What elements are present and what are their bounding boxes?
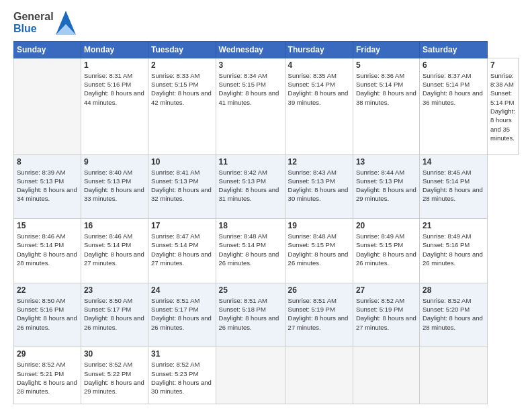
day-info: Sunrise: 8:33 AMSunset: 5:15 PMDaylight:… bbox=[151, 71, 213, 107]
day-info: Sunrise: 8:52 AMSunset: 5:23 PMDaylight:… bbox=[151, 360, 213, 396]
day-cell: 20Sunrise: 8:49 AMSunset: 5:15 PMDayligh… bbox=[353, 219, 419, 283]
calendar-week-row: 22Sunrise: 8:50 AMSunset: 5:16 PMDayligh… bbox=[14, 283, 519, 347]
day-cell: 26Sunrise: 8:51 AMSunset: 5:19 PMDayligh… bbox=[285, 283, 353, 347]
logo: General Blue bbox=[13, 11, 76, 36]
day-info: Sunrise: 8:36 AMSunset: 5:14 PMDaylight:… bbox=[356, 71, 416, 107]
day-info: Sunrise: 8:46 AMSunset: 5:14 PMDaylight:… bbox=[84, 232, 145, 267]
day-cell: 12Sunrise: 8:43 AMSunset: 5:13 PMDayligh… bbox=[285, 154, 353, 219]
calendar-week-row: 15Sunrise: 8:46 AMSunset: 5:14 PMDayligh… bbox=[14, 219, 519, 283]
day-number: 18 bbox=[219, 221, 282, 230]
day-number: 9 bbox=[84, 157, 145, 167]
day-info: Sunrise: 8:31 AMSunset: 5:16 PMDaylight:… bbox=[84, 71, 145, 107]
day-info: Sunrise: 8:45 AMSunset: 5:14 PMDaylight:… bbox=[423, 168, 484, 203]
day-cell: 2Sunrise: 8:33 AMSunset: 5:15 PMDaylight… bbox=[148, 58, 216, 154]
day-cell bbox=[216, 347, 285, 404]
day-info: Sunrise: 8:46 AMSunset: 5:14 PMDaylight:… bbox=[17, 232, 78, 267]
day-cell: 10Sunrise: 8:41 AMSunset: 5:13 PMDayligh… bbox=[148, 154, 216, 219]
day-number: 25 bbox=[219, 285, 282, 295]
day-number: 27 bbox=[356, 285, 416, 295]
day-number: 22 bbox=[17, 285, 78, 295]
day-cell: 28Sunrise: 8:52 AMSunset: 5:20 PMDayligh… bbox=[419, 283, 487, 347]
day-cell: 5Sunrise: 8:36 AMSunset: 5:14 PMDaylight… bbox=[353, 58, 419, 154]
day-number: 15 bbox=[17, 221, 78, 230]
weekday-header-friday: Friday bbox=[353, 41, 419, 58]
day-number: 14 bbox=[423, 157, 484, 167]
page-header: General Blue bbox=[13, 11, 519, 36]
day-number: 3 bbox=[219, 60, 282, 70]
day-info: Sunrise: 8:50 AMSunset: 5:17 PMDaylight:… bbox=[84, 296, 145, 332]
day-number: 8 bbox=[17, 157, 78, 167]
day-info: Sunrise: 8:39 AMSunset: 5:13 PMDaylight:… bbox=[17, 168, 78, 203]
day-cell: 13Sunrise: 8:44 AMSunset: 5:13 PMDayligh… bbox=[353, 154, 419, 219]
calendar-week-row: 29Sunrise: 8:52 AMSunset: 5:21 PMDayligh… bbox=[14, 347, 519, 404]
day-info: Sunrise: 8:42 AMSunset: 5:13 PMDaylight:… bbox=[219, 168, 282, 203]
day-number: 6 bbox=[423, 60, 484, 70]
day-number: 13 bbox=[356, 157, 416, 167]
day-info: Sunrise: 8:52 AMSunset: 5:21 PMDaylight:… bbox=[17, 360, 78, 396]
day-info: Sunrise: 8:52 AMSunset: 5:19 PMDaylight:… bbox=[356, 296, 416, 332]
day-cell: 9Sunrise: 8:40 AMSunset: 5:13 PMDaylight… bbox=[81, 154, 148, 219]
day-info: Sunrise: 8:43 AMSunset: 5:13 PMDaylight:… bbox=[288, 168, 350, 203]
day-info: Sunrise: 8:34 AMSunset: 5:15 PMDaylight:… bbox=[219, 71, 282, 107]
day-info: Sunrise: 8:48 AMSunset: 5:15 PMDaylight:… bbox=[288, 232, 350, 267]
day-cell: 19Sunrise: 8:48 AMSunset: 5:15 PMDayligh… bbox=[285, 219, 353, 283]
calendar-week-row: 1Sunrise: 8:31 AMSunset: 5:16 PMDaylight… bbox=[14, 58, 519, 154]
day-info: Sunrise: 8:52 AMSunset: 5:22 PMDaylight:… bbox=[84, 360, 145, 396]
day-cell: 25Sunrise: 8:51 AMSunset: 5:18 PMDayligh… bbox=[216, 283, 285, 347]
day-info: Sunrise: 8:49 AMSunset: 5:15 PMDaylight:… bbox=[356, 232, 416, 267]
day-cell: 11Sunrise: 8:42 AMSunset: 5:13 PMDayligh… bbox=[216, 154, 285, 219]
day-cell: 1Sunrise: 8:31 AMSunset: 5:16 PMDaylight… bbox=[81, 58, 148, 154]
day-number: 7 bbox=[490, 60, 515, 70]
day-info: Sunrise: 8:37 AMSunset: 5:14 PMDaylight:… bbox=[423, 71, 484, 107]
day-cell: 31Sunrise: 8:52 AMSunset: 5:23 PMDayligh… bbox=[148, 347, 216, 404]
day-info: Sunrise: 8:40 AMSunset: 5:13 PMDaylight:… bbox=[84, 168, 145, 203]
day-cell bbox=[419, 347, 487, 404]
day-info: Sunrise: 8:41 AMSunset: 5:13 PMDaylight:… bbox=[151, 168, 213, 203]
day-number: 31 bbox=[151, 349, 213, 359]
day-number: 2 bbox=[151, 60, 213, 70]
day-info: Sunrise: 8:50 AMSunset: 5:16 PMDaylight:… bbox=[17, 296, 78, 332]
day-number: 12 bbox=[288, 157, 350, 167]
day-number: 20 bbox=[356, 221, 416, 230]
day-number: 23 bbox=[84, 285, 145, 295]
day-cell: 30Sunrise: 8:52 AMSunset: 5:22 PMDayligh… bbox=[81, 347, 148, 404]
day-number: 10 bbox=[151, 157, 213, 167]
weekday-header-sunday: Sunday bbox=[14, 41, 81, 58]
day-cell: 14Sunrise: 8:45 AMSunset: 5:14 PMDayligh… bbox=[419, 154, 487, 219]
day-info: Sunrise: 8:48 AMSunset: 5:14 PMDaylight:… bbox=[219, 232, 282, 267]
day-info: Sunrise: 8:47 AMSunset: 5:14 PMDaylight:… bbox=[151, 232, 213, 267]
day-cell: 18Sunrise: 8:48 AMSunset: 5:14 PMDayligh… bbox=[216, 219, 285, 283]
calendar-week-row: 8Sunrise: 8:39 AMSunset: 5:13 PMDaylight… bbox=[14, 154, 519, 219]
calendar-table: SundayMondayTuesdayWednesdayThursdayFrid… bbox=[13, 41, 519, 404]
day-number: 17 bbox=[151, 221, 213, 230]
day-info: Sunrise: 8:44 AMSunset: 5:13 PMDaylight:… bbox=[356, 168, 416, 203]
day-cell: 6Sunrise: 8:37 AMSunset: 5:14 PMDaylight… bbox=[419, 58, 487, 154]
day-info: Sunrise: 8:38 AMSunset: 5:14 PMDaylight:… bbox=[490, 71, 515, 142]
day-number: 21 bbox=[423, 221, 484, 230]
day-cell: 23Sunrise: 8:50 AMSunset: 5:17 PMDayligh… bbox=[81, 283, 148, 347]
logo-icon bbox=[56, 11, 76, 35]
day-info: Sunrise: 8:51 AMSunset: 5:19 PMDaylight:… bbox=[288, 296, 350, 332]
day-cell: 24Sunrise: 8:51 AMSunset: 5:17 PMDayligh… bbox=[148, 283, 216, 347]
weekday-header-saturday: Saturday bbox=[419, 41, 487, 58]
day-number: 29 bbox=[17, 349, 78, 359]
weekday-header-thursday: Thursday bbox=[285, 41, 353, 58]
day-cell: 3Sunrise: 8:34 AMSunset: 5:15 PMDaylight… bbox=[216, 58, 285, 154]
day-number: 26 bbox=[288, 285, 350, 295]
weekday-header-row: SundayMondayTuesdayWednesdayThursdayFrid… bbox=[14, 41, 519, 58]
empty-day-cell bbox=[14, 58, 81, 154]
day-number: 19 bbox=[288, 221, 350, 230]
weekday-header-tuesday: Tuesday bbox=[148, 41, 216, 58]
day-number: 11 bbox=[219, 157, 282, 167]
day-number: 28 bbox=[423, 285, 484, 295]
day-cell: 8Sunrise: 8:39 AMSunset: 5:13 PMDaylight… bbox=[14, 154, 81, 219]
day-cell: 7Sunrise: 8:38 AMSunset: 5:14 PMDaylight… bbox=[487, 58, 518, 154]
logo-line1: General bbox=[13, 11, 54, 23]
day-info: Sunrise: 8:49 AMSunset: 5:16 PMDaylight:… bbox=[423, 232, 484, 267]
day-cell: 29Sunrise: 8:52 AMSunset: 5:21 PMDayligh… bbox=[14, 347, 81, 404]
day-number: 1 bbox=[84, 60, 145, 70]
day-cell: 27Sunrise: 8:52 AMSunset: 5:19 PMDayligh… bbox=[353, 283, 419, 347]
day-cell: 16Sunrise: 8:46 AMSunset: 5:14 PMDayligh… bbox=[81, 219, 148, 283]
weekday-header-monday: Monday bbox=[81, 41, 148, 58]
weekday-header-wednesday: Wednesday bbox=[216, 41, 285, 58]
